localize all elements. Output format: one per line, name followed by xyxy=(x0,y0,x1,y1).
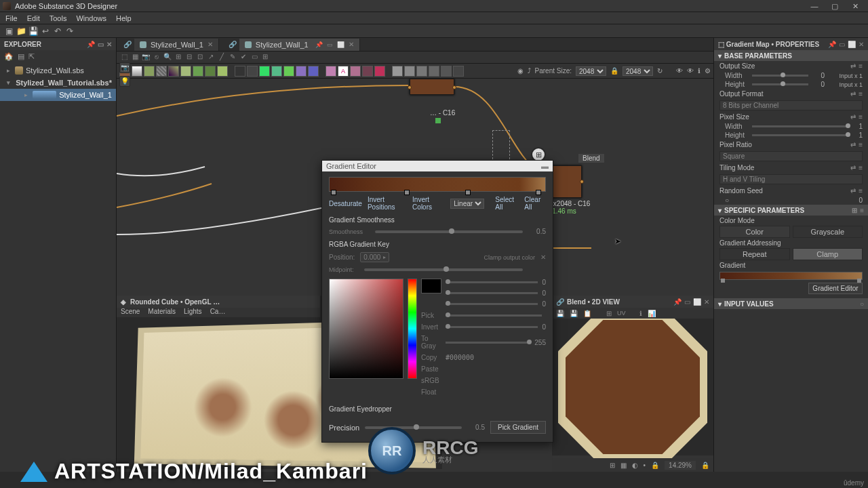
color-mode-grayscale[interactable]: Grayscale xyxy=(793,226,863,238)
menu-edit[interactable]: Edit xyxy=(27,14,40,22)
menu-icon[interactable]: ≡ xyxy=(859,141,863,148)
swatch[interactable] xyxy=(308,66,319,77)
midpoint-slider[interactable] xyxy=(364,268,523,271)
menu-icon[interactable]: ≡ xyxy=(859,90,863,98)
select-all-link[interactable]: Select All xyxy=(495,196,519,211)
gray-slider[interactable] xyxy=(446,342,530,344)
swatch[interactable] xyxy=(283,66,294,77)
clamp-close-icon[interactable]: ✕ xyxy=(540,253,546,261)
color-sv-picker[interactable] xyxy=(329,279,403,379)
settings-icon[interactable]: ⚙ xyxy=(705,67,711,75)
grid-icon[interactable]: ⊞ xyxy=(610,462,615,469)
swatch[interactable] xyxy=(404,66,415,77)
camera-icon[interactable]: 📷 xyxy=(119,62,130,73)
dot-icon[interactable]: • xyxy=(644,462,646,469)
tree-item-graph[interactable]: ▸ Stylized_Wall_1 xyxy=(0,89,116,101)
swatch[interactable] xyxy=(180,66,191,77)
paste-label[interactable]: Paste xyxy=(421,365,441,373)
link-icon[interactable]: ⇄ xyxy=(850,90,856,98)
tool-icon[interactable]: ▭ xyxy=(250,53,259,62)
tool-icon[interactable]: ✔ xyxy=(239,53,248,62)
swatch[interactable] xyxy=(271,66,282,77)
dialog-close-icon[interactable]: ▬ xyxy=(541,162,549,170)
chevron-down-icon[interactable]: ▾ xyxy=(718,207,722,214)
swatch[interactable] xyxy=(350,66,361,77)
tab-close-icon[interactable]: ✕ xyxy=(208,41,213,48)
srgb-label[interactable]: sRGB xyxy=(421,377,441,384)
lock-icon[interactable]: 🔒 xyxy=(610,67,618,75)
swatch[interactable] xyxy=(441,66,452,77)
refresh-icon[interactable]: ↻ xyxy=(657,67,663,75)
chevron-down-icon[interactable]: ▾ xyxy=(7,79,10,86)
menu-icon[interactable]: ≡ xyxy=(860,207,864,214)
interpolation-select[interactable]: Linear xyxy=(450,199,484,209)
width-slider[interactable] xyxy=(752,75,808,77)
camera-icon[interactable]: 📷 xyxy=(141,53,151,62)
inv-slider[interactable] xyxy=(446,326,538,328)
channel-icon[interactable]: ◐ xyxy=(632,462,638,469)
view3d-tab-scene[interactable]: Scene xyxy=(121,308,140,317)
menu-tools[interactable]: Tools xyxy=(50,14,67,22)
b-slider[interactable] xyxy=(446,303,538,305)
lock-icon[interactable]: 🔒 xyxy=(701,462,709,469)
gradient-stop[interactable] xyxy=(404,190,410,195)
hex-value[interactable]: #000000 xyxy=(446,354,474,361)
tool-icon[interactable]: ⊞ xyxy=(260,53,270,62)
undo-icon[interactable]: ↶ xyxy=(53,26,62,36)
view3d-tab-camera[interactable]: Ca… xyxy=(210,308,226,317)
view3d-tab-lights[interactable]: Lights xyxy=(184,308,202,317)
ps-height-slider[interactable] xyxy=(752,134,846,136)
viewport-2d[interactable] xyxy=(552,319,713,455)
tab-link-icon[interactable]: 🔗 xyxy=(226,41,239,48)
swatch[interactable] xyxy=(168,66,179,77)
clear-all-link[interactable]: Clear All xyxy=(524,196,546,211)
ps-width-slider[interactable] xyxy=(752,125,846,127)
link-icon[interactable]: ⇄ xyxy=(850,187,856,195)
save-icon[interactable]: 💾 xyxy=(570,310,578,317)
tree-item-package-2[interactable]: ▾ Stylized_Wall_Tutorial.sbs* xyxy=(0,77,116,89)
smoothness-slider[interactable] xyxy=(375,230,523,233)
explorer-export-icon[interactable]: ⇱ xyxy=(28,52,35,61)
node-output-port[interactable] xyxy=(452,85,456,89)
gradient-stop[interactable] xyxy=(536,190,541,195)
position-spinner[interactable]: 0.000▸ xyxy=(360,252,389,262)
link-icon[interactable]: 🔗 xyxy=(556,298,564,306)
output-format-select[interactable]: 8 Bits per Channel xyxy=(719,100,863,110)
grid-icon[interactable]: ⊞ xyxy=(852,207,857,214)
info-icon[interactable]: ℹ xyxy=(639,310,642,317)
link-icon[interactable]: ⇄ xyxy=(850,164,856,171)
chevron-down-icon[interactable]: ▾ xyxy=(718,300,722,308)
close-icon[interactable]: ✕ xyxy=(704,298,709,306)
tab-graph-2[interactable]: Stylized_Wall_1 📌 ▭ ⬜ ✕ xyxy=(239,39,360,51)
save-icon[interactable]: 💾 xyxy=(556,310,564,317)
swatch[interactable] xyxy=(374,66,385,77)
zoom-value[interactable]: 14.29% xyxy=(665,461,696,470)
explorer-popout-icon[interactable]: ▭ xyxy=(98,41,104,48)
swatch[interactable] xyxy=(453,66,464,77)
swatch[interactable] xyxy=(193,66,203,77)
tool-icon[interactable]: ▦ xyxy=(130,53,140,62)
tab-close-icon[interactable]: ✕ xyxy=(349,41,354,48)
tab-graph-1[interactable]: Stylized_Wall_1 ✕ xyxy=(134,39,219,51)
tiling-select[interactable]: H and V Tiling xyxy=(719,174,863,184)
swatch[interactable] xyxy=(144,66,155,77)
invert-colors-link[interactable]: Invert Colors xyxy=(412,196,445,211)
tool-icon[interactable]: ⤴ xyxy=(528,67,531,75)
swatch[interactable] xyxy=(326,66,336,77)
tool-icon[interactable]: ⊡ xyxy=(195,53,205,62)
swatch[interactable] xyxy=(156,66,167,77)
menu-icon[interactable]: ≡ xyxy=(859,113,863,121)
chevron-right-icon[interactable]: ▸ xyxy=(7,67,12,74)
menu-help[interactable]: Help xyxy=(116,14,132,22)
link-icon[interactable]: ⇄ xyxy=(850,141,856,148)
g-slider[interactable] xyxy=(446,292,538,294)
swatch[interactable] xyxy=(132,66,142,77)
swatch[interactable] xyxy=(247,66,258,77)
gradient-stop[interactable] xyxy=(465,190,471,195)
swatch[interactable] xyxy=(362,66,373,77)
menu-icon[interactable]: ≡ xyxy=(859,164,863,171)
popout-icon[interactable]: ▭ xyxy=(684,298,690,306)
float-label[interactable]: Float xyxy=(421,388,441,396)
maximize-icon[interactable]: ⬜ xyxy=(693,298,701,306)
swatch[interactable] xyxy=(235,66,245,77)
